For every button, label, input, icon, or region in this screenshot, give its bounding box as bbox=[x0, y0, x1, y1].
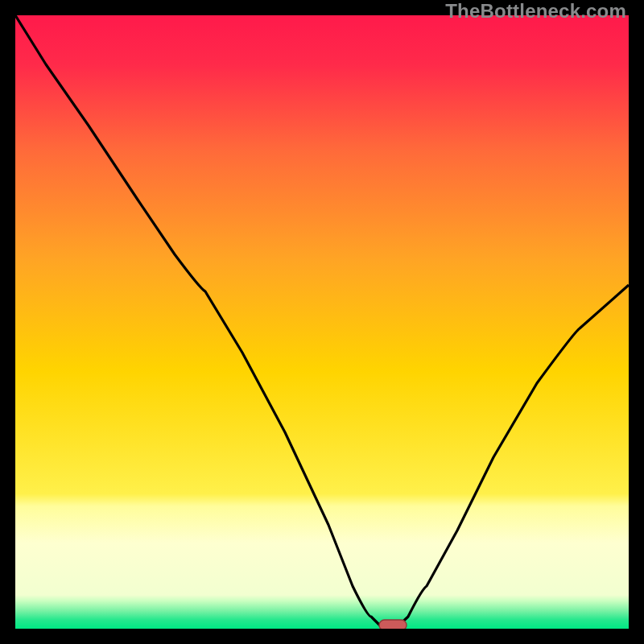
optimal-marker bbox=[379, 620, 407, 629]
watermark-text: TheBottleneck.com bbox=[445, 0, 626, 23]
gradient-background bbox=[15, 15, 629, 629]
plot-area bbox=[15, 15, 629, 629]
chart-frame: TheBottleneck.com bbox=[0, 0, 644, 644]
chart-svg bbox=[15, 15, 629, 629]
